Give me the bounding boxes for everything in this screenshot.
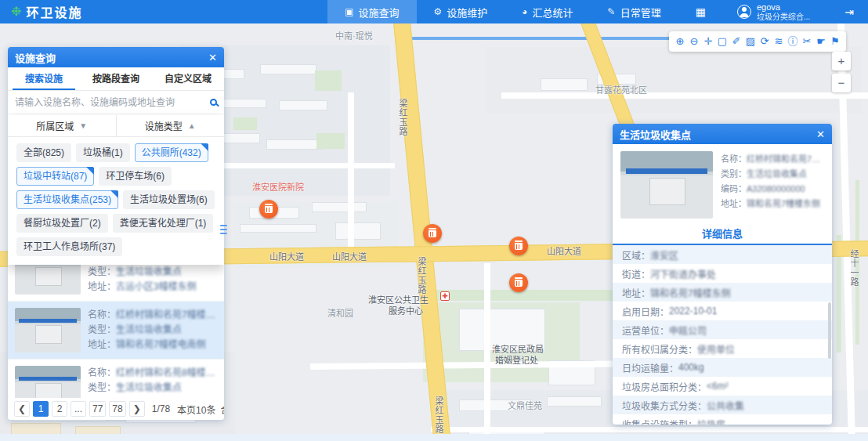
full-extent-icon[interactable]: ▢ [715, 31, 729, 52]
summary-field: 地址： 锦和名苑7幢楼东侧 [721, 197, 824, 210]
map-label: 山阳大道 [332, 250, 367, 262]
page-2[interactable]: 2 [52, 401, 67, 417]
page-buttons: 12...7778 [33, 401, 126, 417]
红桥村锦和名苑8幢楼电…[interactable]: 名称：红桥村锦和名苑8幢楼电… 类型：生活垃圾收集点 地址： [8, 359, 224, 399]
facility-addr: 古运小区3幢楼东侧 [116, 280, 197, 295]
close-icon[interactable]: ✕ [816, 128, 825, 140]
road-minor [348, 92, 354, 249]
logout-icon[interactable]: ⇥ [824, 5, 868, 18]
summary-field-label: 编码： [721, 183, 747, 195]
search-input[interactable] [15, 97, 205, 108]
zoom-out-icon[interactable]: ⊖ [687, 31, 701, 52]
map-green [233, 117, 257, 130]
measure-icon[interactable]: ✐ [729, 31, 743, 52]
chip-worker-rest-place[interactable]: 环卫工人作息场所(37) [16, 237, 122, 256]
page-1[interactable]: 1 [33, 401, 49, 417]
detail-row-value: 申瓯公司 [669, 324, 707, 337]
facility-list: 名称：梅庄新村白塔7巷3幢楼东… 类型：生活垃圾收集点 地址：古运小区3幢楼东侧… [8, 243, 224, 399]
map-label: 山阳大道 [269, 250, 304, 262]
map-label: 清和园 [327, 306, 353, 319]
chip-transfer-station[interactable]: 垃圾中转站(87) [16, 167, 94, 186]
page-ellipsis[interactable]: ... [71, 401, 86, 417]
panel-collapse-handle[interactable] [220, 225, 227, 234]
红桥村锦和名苑7幢楼电…[interactable]: 名称：红桥村锦和名苑7幢楼电… 类型：生活垃圾收集点 地址：锦和名苑7幢楼电南侧 [8, 301, 224, 359]
nav-item-label: 设施维护 [447, 5, 487, 20]
nav-item-facility-query[interactable]: ▣ 设施查询 [327, 0, 416, 23]
close-icon[interactable]: ✕ [208, 52, 217, 63]
nav-item-facility-maintenance[interactable]: ⚙ 设施维护 [417, 0, 505, 23]
chip-all[interactable]: 全部(825) [16, 143, 71, 162]
nav-item-summary-statistics[interactable]: ◕ 汇总统计 [505, 0, 590, 23]
road-minor [222, 163, 395, 168]
chip-public-toilet[interactable]: 公共厕所(432) [135, 143, 208, 162]
facility-query-panel: 设施查询 ✕ 搜索设施按路段查询自定义区域 名称：梅庄新村白塔7巷3幢楼东… 类… [8, 47, 224, 420]
scrollbar-thumb[interactable] [828, 302, 831, 359]
prev-page-button[interactable]: ❮ [14, 401, 30, 417]
detail-row-value: <6m² [707, 381, 729, 392]
pin-icon[interactable]: ⚑ [828, 31, 842, 52]
brand-logo-icon: ❉ [11, 5, 21, 18]
map-zoom-in-button[interactable]: + [832, 52, 851, 70]
detail-row-label: 垃圾收集方式分类： [622, 399, 707, 412]
detail-row-value: 垃圾房 [697, 418, 725, 425]
trash-bin-icon [515, 280, 523, 287]
detail-row-label: 垃圾房总面积分类： [622, 380, 707, 393]
chevron-down-icon: ▼ [79, 121, 87, 130]
next-page-button[interactable]: ❯ [129, 401, 145, 417]
chip-feces-treatment-plant[interactable]: 粪便无害化处理厂(1) [113, 214, 214, 233]
hand-icon[interactable]: ☛ [814, 31, 828, 52]
summary-field: 类别： 生活垃圾收集点 [721, 168, 824, 180]
clip-icon[interactable]: ✂ [800, 31, 814, 52]
type-filter[interactable]: 设施类型 ▲ [117, 115, 225, 136]
detail-row: 收集点设施类型： 垃圾房 [613, 414, 832, 425]
page-77[interactable]: 77 [89, 401, 106, 417]
facility-marker[interactable] [259, 200, 278, 219]
chip-trash-bin[interactable]: 垃圾桶(1) [76, 143, 130, 162]
chip-kitchen-waste-plant[interactable]: 餐厨垃圾处置厂(2) [16, 214, 108, 233]
search-icon[interactable] [210, 99, 217, 106]
chip-sanitation-parking[interactable]: 环卫停车场(6) [99, 167, 172, 186]
total-label: 合计772条 [220, 403, 224, 416]
apps-grid-icon[interactable]: ▦ [678, 5, 723, 18]
field-label: 类型： [88, 265, 116, 280]
nav-item-daily-management[interactable]: ✎ 日常管理 [591, 0, 678, 23]
region-filter[interactable]: 所属区域 ▼ [8, 115, 117, 136]
summary-field-value: 锦和名苑7幢楼东侧 [747, 197, 820, 210]
field-label: 类型： [88, 323, 116, 338]
facility-summary: 名称： 红桥村锦和名苑7幢楼东侧01垃圾收… 类别： 生活垃圾收集点 编码： A… [613, 144, 832, 222]
facility-marker[interactable] [509, 237, 528, 255]
map-label: 服务中心 [389, 304, 423, 316]
detail-panel-title: 生活垃圾收集点 [620, 127, 691, 142]
facility-marker[interactable] [423, 224, 442, 243]
nav-item-label: 汇总统计 [533, 5, 573, 20]
facility-photo-large [620, 151, 713, 219]
facility-photo [15, 308, 81, 352]
map-label: 淮安医院新院 [252, 180, 304, 193]
map-label: 文鼎佳苑 [508, 399, 542, 411]
map-zoom-out-button[interactable]: − [832, 74, 851, 92]
detail-row-label: 日均运输量： [622, 361, 678, 374]
tab-custom-area[interactable]: 自定义区域 [152, 67, 224, 90]
user-menu[interactable]: egova 垃圾分类综合... [723, 2, 824, 21]
polygon-select-icon[interactable]: ▨ [743, 31, 758, 52]
map-label: 婚姻登记处 [495, 353, 538, 366]
zoom-in-icon[interactable]: ⊕ [673, 31, 687, 52]
pan-icon[interactable]: ✛ [701, 31, 715, 52]
chip-household-disposal-site[interactable]: 生活垃圾处置场(6) [123, 190, 215, 209]
tab-query-by-road[interactable]: 按路段查询 [80, 67, 152, 90]
detail-row: 垃圾房总面积分类： <6m² [613, 377, 832, 396]
map-label: 中南·琨悦 [335, 29, 373, 42]
tab-search-facility[interactable]: 搜索设施 [8, 67, 80, 90]
info-icon[interactable]: ⓘ [786, 31, 800, 52]
layers-icon[interactable]: ≋ [772, 31, 786, 52]
facility-marker[interactable] [509, 273, 528, 292]
app-title: 环卫设施 [26, 2, 82, 21]
field-label: 类型： [88, 381, 116, 396]
refresh-icon[interactable]: ⟳ [758, 31, 772, 52]
page-78[interactable]: 78 [109, 401, 125, 417]
summary-field-label: 地址： [721, 197, 747, 210]
map-building [547, 396, 602, 407]
summary-field: 名称： 红桥村锦和名苑7幢楼东侧01垃圾收… [721, 153, 824, 165]
chip-household-collection-point[interactable]: 生活垃圾收集点(253) [16, 190, 118, 209]
map-label: 经十一路 [848, 249, 860, 287]
